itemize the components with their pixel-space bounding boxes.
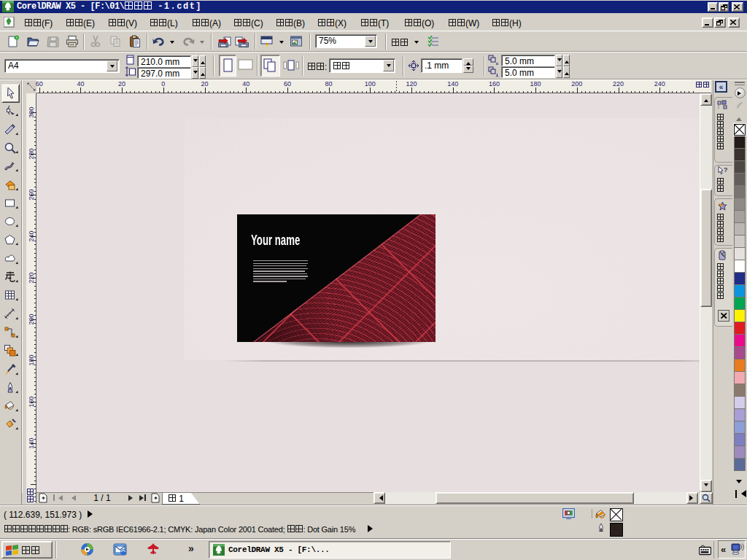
svg-text:?: ? bbox=[724, 166, 728, 174]
